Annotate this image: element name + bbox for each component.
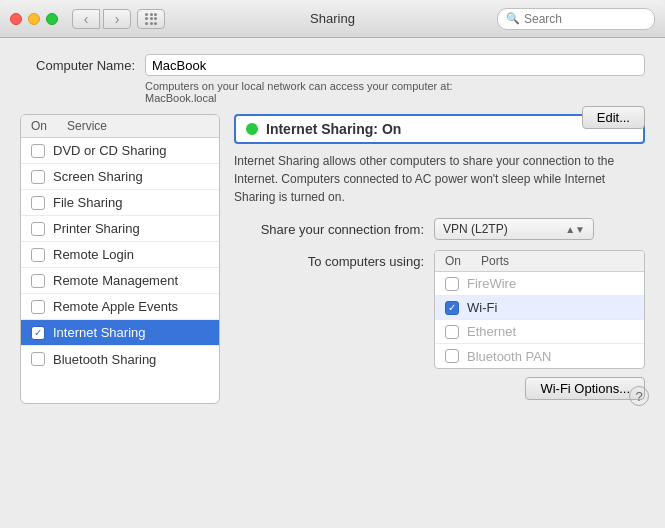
nav-buttons: ‹ ›	[72, 9, 131, 29]
service-name-printer: Printer Sharing	[53, 221, 140, 236]
service-item-dvd-cd-sharing[interactable]: DVD or CD Sharing	[21, 138, 219, 164]
port-row-ethernet[interactable]: Ethernet	[435, 320, 644, 344]
service-item-bluetooth-sharing[interactable]: Bluetooth Sharing	[21, 346, 219, 372]
window-title: Sharing	[310, 11, 355, 26]
service-item-remote-apple-events[interactable]: Remote Apple Events	[21, 294, 219, 320]
dropdown-arrow-icon: ▲▼	[565, 224, 585, 235]
service-checkbox-internet[interactable]	[31, 326, 45, 340]
port-row-firewire[interactable]: FireWire	[435, 272, 644, 296]
ports-col-on: On	[445, 254, 481, 268]
computer-name-input[interactable]	[145, 54, 645, 76]
port-name-wifi: Wi-Fi	[467, 300, 497, 315]
service-item-screen-sharing[interactable]: Screen Sharing	[21, 164, 219, 190]
main-panel: On Service DVD or CD Sharing Screen Shar…	[20, 114, 645, 404]
search-icon: 🔍	[506, 12, 520, 25]
service-checkbox-remote-apple[interactable]	[31, 300, 45, 314]
right-panel: Internet Sharing: On Internet Sharing al…	[234, 114, 645, 404]
grid-view-button[interactable]	[137, 9, 165, 29]
services-list: On Service DVD or CD Sharing Screen Shar…	[20, 114, 220, 404]
grid-icon	[145, 13, 157, 25]
service-item-internet-sharing[interactable]: Internet Sharing	[21, 320, 219, 346]
content-area: Computer Name: Computers on your local n…	[0, 38, 665, 420]
ports-col-ports: Ports	[481, 254, 634, 268]
ports-table: On Ports FireWire Wi-Fi Ethernet	[434, 250, 645, 369]
close-button[interactable]	[10, 13, 22, 25]
col-service-header: Service	[67, 119, 209, 133]
port-name-firewire: FireWire	[467, 276, 516, 291]
service-name-dvd: DVD or CD Sharing	[53, 143, 166, 158]
share-from-value: VPN (L2TP)	[443, 222, 508, 236]
computers-using-row: To computers using: On Ports FireWire Wi…	[234, 250, 645, 369]
service-checkbox-bluetooth[interactable]	[31, 352, 45, 366]
service-item-remote-management[interactable]: Remote Management	[21, 268, 219, 294]
service-name-remote-mgmt: Remote Management	[53, 273, 178, 288]
service-description: Internet Sharing allows other computers …	[234, 152, 645, 206]
services-header: On Service	[21, 115, 219, 138]
help-button[interactable]: ?	[629, 386, 649, 406]
edit-button[interactable]: Edit...	[582, 106, 645, 129]
computer-name-label: Computer Name:	[20, 58, 135, 73]
search-input[interactable]	[524, 12, 646, 26]
service-checkbox-screen[interactable]	[31, 170, 45, 184]
wifi-options-button[interactable]: Wi-Fi Options...	[525, 377, 645, 400]
titlebar: ‹ › Sharing 🔍	[0, 0, 665, 38]
port-name-ethernet: Ethernet	[467, 324, 516, 339]
service-checkbox-remote-login[interactable]	[31, 248, 45, 262]
traffic-lights	[10, 13, 58, 25]
ports-table-header: On Ports	[435, 251, 644, 272]
port-row-bluetooth-pan[interactable]: Bluetooth PAN	[435, 344, 644, 368]
minimize-button[interactable]	[28, 13, 40, 25]
wifi-options-row: Wi-Fi Options...	[234, 377, 645, 400]
service-name-remote-apple: Remote Apple Events	[53, 299, 178, 314]
service-checkbox-remote-mgmt[interactable]	[31, 274, 45, 288]
port-row-wifi[interactable]: Wi-Fi	[435, 296, 644, 320]
service-name-file: File Sharing	[53, 195, 122, 210]
search-box[interactable]: 🔍	[497, 8, 655, 30]
service-item-remote-login[interactable]: Remote Login	[21, 242, 219, 268]
col-on-header: On	[31, 119, 67, 133]
service-name-internet: Internet Sharing	[53, 325, 146, 340]
port-checkbox-ethernet[interactable]	[445, 325, 459, 339]
port-checkbox-wifi[interactable]	[445, 301, 459, 315]
share-from-label: Share your connection from:	[234, 222, 424, 237]
service-item-printer-sharing[interactable]: Printer Sharing	[21, 216, 219, 242]
service-name-remote-login: Remote Login	[53, 247, 134, 262]
port-checkbox-bluetooth-pan[interactable]	[445, 349, 459, 363]
port-name-bluetooth-pan: Bluetooth PAN	[467, 349, 551, 364]
service-checkbox-dvd[interactable]	[31, 144, 45, 158]
service-title-text: Internet Sharing: On	[266, 121, 401, 137]
computer-name-row: Computer Name:	[20, 54, 645, 76]
share-from-dropdown[interactable]: VPN (L2TP) ▲▼	[434, 218, 594, 240]
service-checkbox-file[interactable]	[31, 196, 45, 210]
service-checkbox-printer[interactable]	[31, 222, 45, 236]
port-checkbox-firewire[interactable]	[445, 277, 459, 291]
maximize-button[interactable]	[46, 13, 58, 25]
service-name-screen: Screen Sharing	[53, 169, 143, 184]
share-from-row: Share your connection from: VPN (L2TP) ▲…	[234, 218, 645, 240]
local-address: Computers on your local network can acce…	[145, 80, 645, 104]
back-button[interactable]: ‹	[72, 9, 100, 29]
service-name-bluetooth: Bluetooth Sharing	[53, 352, 156, 367]
forward-button[interactable]: ›	[103, 9, 131, 29]
service-item-file-sharing[interactable]: File Sharing	[21, 190, 219, 216]
status-dot	[246, 123, 258, 135]
computers-using-label: To computers using:	[234, 250, 424, 269]
